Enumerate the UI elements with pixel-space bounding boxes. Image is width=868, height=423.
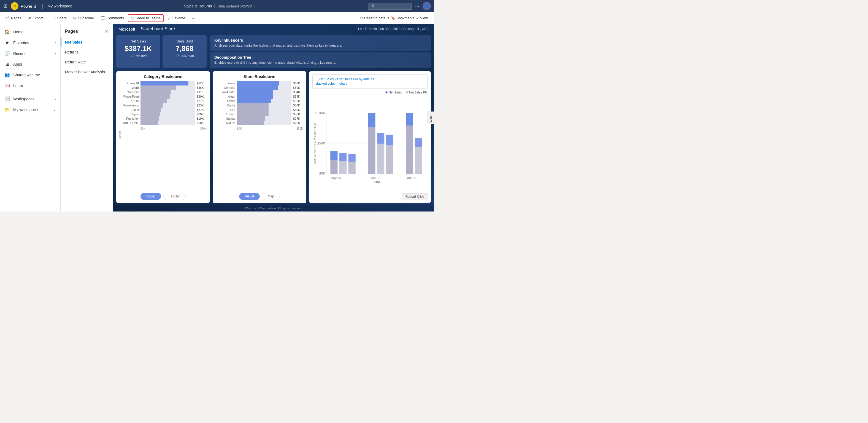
subscribe-button[interactable]: ✉ Subscribe	[70, 15, 97, 22]
qa-prompt-text: ☐ Net Sales vs net sales PM by date as s…	[315, 77, 425, 86]
export-button[interactable]: ↗ Export ⌄	[25, 15, 50, 22]
bar-row: XBOX $27K	[120, 99, 207, 103]
bar-container	[237, 103, 291, 108]
bar-fill	[237, 112, 269, 116]
bar-row: PowerPoint $30K	[120, 94, 207, 99]
sidebar-item-learn[interactable]: 📖 Learn	[0, 80, 60, 91]
bar-fill	[141, 90, 171, 94]
bar-label: XBOX ONE	[120, 121, 139, 124]
bar-row: PowerApps $23K	[120, 103, 207, 108]
category-tabular-tab[interactable]: Tabular	[163, 193, 186, 200]
avatar-icon: 👤	[425, 4, 429, 8]
bar-may12-pm	[339, 161, 346, 174]
view-button[interactable]: View ⌄	[420, 16, 432, 20]
bar-jun16-pm	[386, 146, 393, 174]
more-options-icon[interactable]: ···	[415, 3, 419, 9]
bar-fill	[237, 85, 278, 90]
sidebar-item-favorites[interactable]: ★ Favorites ›	[0, 37, 60, 48]
legend-net-sales: Net Sales	[385, 91, 402, 94]
store-map-tab[interactable]: Map	[262, 193, 280, 200]
avatar[interactable]: 👤	[423, 2, 431, 10]
reset-icon: ↺	[360, 16, 363, 20]
bar-value: $20K	[197, 113, 207, 116]
bar-fill	[141, 81, 188, 85]
insight-card-decomp-tree[interactable]: Decomposition Tree Enables users to dril…	[210, 52, 431, 68]
sidebar-item-label-workspaces: Workspaces	[13, 97, 34, 101]
page-item-market-basket[interactable]: Market Basket Analysis	[61, 67, 113, 77]
bar-may19-ns	[348, 154, 355, 162]
sidebar-item-label-myworkspace: My workspace	[13, 108, 38, 112]
qa-prompt-box[interactable]: ☐ Net Sales vs net sales PM by date as s…	[312, 75, 428, 89]
bar-fill	[141, 116, 159, 121]
reset-button[interactable]: ↺ Reset to default	[360, 16, 389, 20]
bookmarks-button[interactable]: 🔖 Bookmarks ⌄	[391, 16, 418, 20]
toolbar-more-button[interactable]: ···	[189, 15, 198, 22]
sidebar-item-home[interactable]: 🏠 Home	[0, 26, 60, 37]
svg-text:Net Sales and Net Sales PM: Net Sales and Net Sales PM	[313, 123, 316, 164]
pages-close-button[interactable]: ✕	[105, 29, 108, 34]
page-item-returns[interactable]: Returns	[61, 47, 113, 57]
favorite-icon: ☆	[167, 16, 171, 20]
bar-value: $34K	[293, 90, 303, 94]
bar-value: $32K	[293, 99, 303, 103]
search-box[interactable]: 🔍	[368, 3, 412, 10]
bar-container	[141, 90, 195, 94]
chevron-icon[interactable]: ⌄	[253, 4, 256, 8]
bar-container	[237, 108, 291, 112]
sidebar-item-myworkspace[interactable]: 📁 My workspace ⌄	[0, 104, 60, 115]
share-teams-button[interactable]: ⬡ Share to Teams	[128, 15, 164, 22]
bar-row: Publisher $19K	[120, 116, 207, 121]
learn-icon: 📖	[4, 83, 10, 88]
bar-label: Power BI	[120, 82, 139, 85]
legend-net-sales-pm: Net Sales PM	[406, 91, 428, 94]
insight-card-key-influencers[interactable]: Key Influencers Analyzes your data, rank…	[210, 35, 431, 51]
breadcrumb-company: Microsoft	[119, 27, 135, 31]
bar-value: $23K	[197, 104, 207, 107]
bar-may19-pm	[348, 162, 355, 174]
comments-button[interactable]: 💬 Comments	[98, 15, 127, 22]
category-chart-title: Category Breakdown	[120, 75, 207, 79]
sidebar-item-label-recent: Recent	[13, 51, 25, 56]
sidebar-item-recent[interactable]: 🕒 Recent ›	[0, 48, 60, 59]
kpi-change-units-sold: +71.4% m/m	[168, 54, 201, 58]
bar-may12-ns	[339, 153, 346, 161]
kpi-card-units-sold: Units Sold 7,868 +71.4% m/m	[162, 35, 207, 68]
grid-icon[interactable]: ⊞	[3, 3, 7, 9]
kpi-change-net-sales: +72.7% m/m	[122, 54, 155, 58]
pages-label: Pages	[11, 16, 21, 20]
brand-name: Power BI	[21, 4, 37, 8]
bar-row: Barba $30K	[216, 103, 303, 108]
bar-row: Skype $20K	[120, 112, 207, 116]
favorite-button[interactable]: ☆ Favorite	[165, 15, 188, 22]
bookmarks-chevron: ⌄	[415, 16, 418, 20]
filters-tab[interactable]: Filters	[428, 111, 434, 124]
bar-row: OneNote $31K	[120, 90, 207, 94]
share-button[interactable]: ↑ Share	[51, 15, 69, 22]
restart-qa-button[interactable]: Restart Q&A	[402, 193, 428, 200]
insight-desc-key-influencers: Analyzes your data, ranks the factors th…	[214, 43, 427, 48]
sidebar-item-workspaces[interactable]: ⬜ Workspaces ›	[0, 93, 60, 104]
pages-header: Pages ✕	[61, 26, 113, 37]
bar-value: $36K	[197, 86, 207, 89]
bar-fill	[237, 108, 269, 112]
page-item-net-sales[interactable]: Net Sales	[61, 37, 113, 47]
bar-fill	[237, 116, 265, 121]
sidebar-item-apps[interactable]: ⊞ Apps	[0, 59, 60, 69]
bar-label: PowerApps	[120, 104, 139, 107]
svg-text:$0K: $0K	[319, 171, 326, 175]
bar-container	[237, 90, 291, 94]
page-item-return-rate[interactable]: Return Rate	[61, 57, 113, 67]
bar-value: $30K	[197, 95, 207, 98]
pages-button[interactable]: 📄 Pages	[2, 15, 24, 22]
store-visual-tab[interactable]: Visual	[239, 193, 259, 200]
workspace-label[interactable]: My workspace	[48, 4, 72, 8]
category-visual-tab[interactable]: Visual	[141, 193, 161, 200]
export-chevron: ⌄	[44, 16, 47, 20]
bookmarks-label: Bookmarks	[396, 16, 414, 20]
bar-label: Salvus	[216, 117, 235, 120]
sidebar-item-shared[interactable]: 👥 Shared with me	[0, 69, 60, 80]
pages-icon: 📄	[5, 16, 10, 20]
subscribe-icon: ✉	[73, 16, 76, 20]
comments-label: Comments	[106, 16, 124, 20]
favorites-arrow: ›	[55, 41, 56, 45]
